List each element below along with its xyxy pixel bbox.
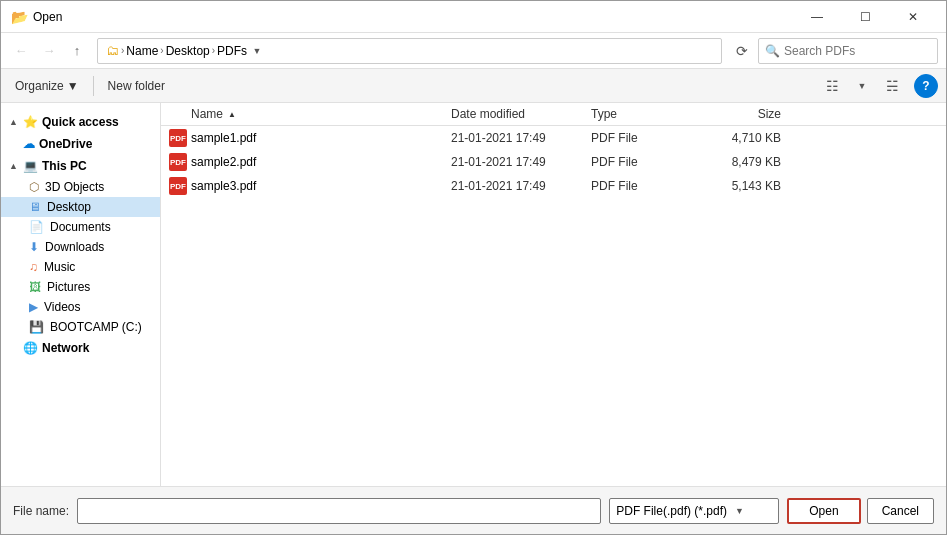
file-name-label: File name: [13,504,69,518]
sidebar-item-pictures[interactable]: 🖼 Pictures [1,277,160,297]
quick-access-expand-icon: ▲ [9,117,19,127]
this-pc-icon: 💻 [23,159,38,173]
network-label: Network [42,341,89,355]
network-expand-icon [9,343,19,353]
folder-icon: 🗂 [106,43,119,58]
bootcamp-icon: 💾 [29,320,44,334]
file-name-3: sample3.pdf [191,179,451,193]
file-date-3: 21-01-2021 17:49 [451,179,591,193]
videos-icon: ▶ [29,300,38,314]
3d-objects-icon: ⬡ [29,180,39,194]
name-sort-icon: ▲ [228,110,236,119]
maximize-button[interactable]: ☐ [842,5,888,29]
breadcrumb-folder-icon: 🗂 [106,43,119,58]
onedrive-icon: ☁ [23,137,35,151]
file-size-3: 5,143 KB [691,179,781,193]
desktop-icon: 🖥 [29,200,41,214]
downloads-icon: ⬇ [29,240,39,254]
view-dropdown-button[interactable]: ▼ [854,73,870,99]
view-grid-button[interactable]: ☷ [818,73,846,99]
pdf-icon: PDF [169,177,187,195]
nav-bar: ← → ↑ 🗂 › Name › Desktop › PDFs ▼ ⟳ 🔍 [1,33,946,69]
breadcrumb-desktop-label: Desktop [166,44,210,58]
file-size-2: 8,479 KB [691,155,781,169]
quick-access-label: Quick access [42,115,119,129]
file-type-label: PDF File(.pdf) (*.pdf) [616,504,727,518]
search-box: 🔍 [758,38,938,64]
file-date-1: 21-01-2021 17:49 [451,131,591,145]
file-date-2: 21-01-2021 17:49 [451,155,591,169]
help-label: ? [922,79,929,93]
network-icon: 🌐 [23,341,38,355]
help-button[interactable]: ? [914,74,938,98]
new-folder-button[interactable]: New folder [102,76,171,96]
close-button[interactable]: ✕ [890,5,936,29]
sidebar-item-documents[interactable]: 📄 Documents [1,217,160,237]
sidebar-item-bootcamp[interactable]: 💾 BOOTCAMP (C:) [1,317,160,337]
cancel-button[interactable]: Cancel [867,498,934,524]
breadcrumb-desktop[interactable]: Desktop [166,44,210,58]
open-button[interactable]: Open [787,498,860,524]
breadcrumb-separator-1: › [121,45,124,56]
toolbar: Organize ▼ New folder ☷ ▼ ☵ ? [1,69,946,103]
this-pc-label: This PC [42,159,87,173]
organize-button[interactable]: Organize ▼ [9,76,85,96]
downloads-label: Downloads [45,240,104,254]
file-name-1: sample1.pdf [191,131,451,145]
this-pc-expand-icon: ▲ [9,161,19,171]
search-input[interactable] [784,44,924,58]
window-title: Open [33,10,794,24]
onedrive-expand-icon [9,139,19,149]
breadcrumb-pdfs-label: PDFs [217,44,247,58]
view-pane-button[interactable]: ☵ [878,73,906,99]
music-icon: ♫ [29,260,38,274]
file-size-1: 4,710 KB [691,131,781,145]
file-list: PDF sample1.pdf 21-01-2021 17:49 PDF Fil… [161,126,946,486]
column-date[interactable]: Date modified [451,107,591,121]
column-type[interactable]: Type [591,107,691,121]
music-label: Music [44,260,75,274]
minimize-button[interactable]: — [794,5,840,29]
sidebar-item-music[interactable]: ♫ Music [1,257,160,277]
sidebar: ▲ ⭐ Quick access ☁ OneDrive ▲ 💻 This PC … [1,103,161,486]
pictures-icon: 🖼 [29,280,41,294]
forward-button[interactable]: → [37,39,61,63]
organize-dropdown-icon: ▼ [67,79,79,93]
file-list-header: Name ▲ Date modified Type Size [161,103,946,126]
sidebar-item-3d-objects[interactable]: ⬡ 3D Objects [1,177,160,197]
column-name[interactable]: Name ▲ [191,107,451,121]
bottom-bar: File name: PDF File(.pdf) (*.pdf) ▼ Open… [1,486,946,534]
back-button[interactable]: ← [9,39,33,63]
new-folder-label: New folder [108,79,165,93]
file-area: Name ▲ Date modified Type Size PDF [161,103,946,486]
videos-label: Videos [44,300,80,314]
sidebar-item-onedrive[interactable]: ☁ OneDrive [1,133,160,155]
3d-objects-label: 3D Objects [45,180,104,194]
up-button[interactable]: ↑ [65,39,89,63]
column-size[interactable]: Size [691,107,781,121]
search-icon: 🔍 [765,44,780,58]
sidebar-item-network[interactable]: 🌐 Network [1,337,160,359]
sidebar-item-downloads[interactable]: ⬇ Downloads [1,237,160,257]
breadcrumb[interactable]: 🗂 › Name › Desktop › PDFs ▼ [97,38,722,64]
action-buttons: Open Cancel [787,498,934,524]
file-name-input[interactable] [77,498,601,524]
table-row[interactable]: PDF sample2.pdf 21-01-2021 17:49 PDF Fil… [161,150,946,174]
sidebar-item-videos[interactable]: ▶ Videos [1,297,160,317]
organize-label: Organize [15,79,64,93]
documents-label: Documents [50,220,111,234]
file-type-dropdown-icon: ▼ [735,506,744,516]
refresh-button[interactable]: ⟳ [730,39,754,63]
sidebar-section-this-pc[interactable]: ▲ 💻 This PC [1,155,160,177]
breadcrumb-dropdown-button[interactable]: ▼ [247,38,267,64]
table-row[interactable]: PDF sample1.pdf 21-01-2021 17:49 PDF Fil… [161,126,946,150]
pdf-icon: PDF [169,153,187,171]
bootcamp-label: BOOTCAMP (C:) [50,320,142,334]
sidebar-item-desktop[interactable]: 🖥 Desktop [1,197,160,217]
table-row[interactable]: PDF sample3.pdf 21-01-2021 17:49 PDF Fil… [161,174,946,198]
breadcrumb-this-pc[interactable]: Name [126,44,158,58]
sidebar-section-quick-access[interactable]: ▲ ⭐ Quick access [1,111,160,133]
file-type-1: PDF File [591,131,691,145]
file-type-dropdown[interactable]: PDF File(.pdf) (*.pdf) ▼ [609,498,779,524]
breadcrumb-pdfs[interactable]: PDFs [217,44,247,58]
